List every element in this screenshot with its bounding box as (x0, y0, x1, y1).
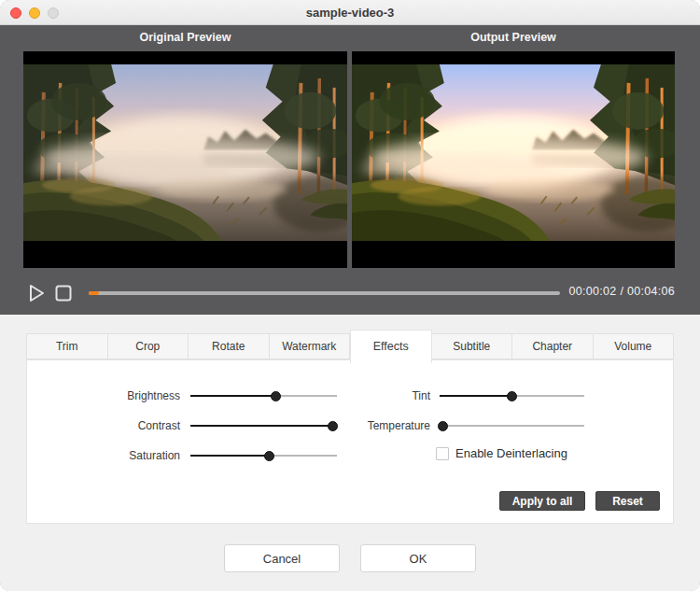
contrast-slider[interactable] (190, 419, 337, 432)
tab-watermark[interactable]: Watermark (270, 333, 351, 359)
slider-fill (440, 395, 512, 398)
apply-to-all-button[interactable]: Apply to all (499, 491, 585, 511)
contrast-label: Contrast (70, 419, 180, 432)
contrast-row: Contrast (70, 419, 337, 432)
temperature-row: Temperature (320, 419, 584, 432)
title-bar: sample-video-3 (0, 0, 700, 25)
seek-bar[interactable] (89, 291, 560, 295)
window-title: sample-video-3 (306, 6, 395, 20)
playback-controls: 00:00:02 / 00:04:06 (0, 275, 700, 315)
app-window: sample-video-3 Original Preview Output P… (0, 0, 700, 591)
deinterlacing-row: Enable Deinterlacing (436, 446, 567, 460)
tab-bar: Trim Crop Rotate Watermark Effects Subti… (26, 333, 674, 359)
saturation-label: Saturation (70, 449, 180, 462)
ok-button[interactable]: OK (360, 544, 476, 572)
enable-deinterlacing-label: Enable Deinterlacing (455, 446, 567, 460)
output-video-frame (352, 64, 675, 241)
tint-label: Tint (320, 389, 430, 402)
tab-effects[interactable]: Effects (350, 330, 432, 363)
slider-fill (190, 455, 270, 457)
enable-deinterlacing-checkbox[interactable] (436, 447, 449, 460)
effects-panel: Brightness Contrast Saturation (26, 359, 674, 524)
tab-crop[interactable]: Crop (108, 333, 189, 359)
seek-bar-fill (89, 291, 99, 295)
tint-row: Tint (320, 389, 584, 402)
brightness-label: Brightness (70, 389, 180, 402)
time-display: 00:00:02 / 00:04:06 (569, 285, 675, 298)
stop-button[interactable] (53, 283, 74, 303)
original-preview-label: Original Preview (23, 31, 347, 44)
reset-button[interactable]: Reset (595, 491, 660, 511)
slider-thumb[interactable] (507, 391, 517, 401)
zoom-button-disabled (48, 7, 59, 19)
close-button[interactable] (10, 7, 21, 19)
slider-thumb[interactable] (264, 451, 274, 461)
tab-subtitle[interactable]: Subtitle (432, 333, 513, 359)
tab-chapter[interactable]: Chapter (512, 333, 594, 359)
minimize-button[interactable] (29, 7, 40, 19)
editor-section: Trim Crop Rotate Watermark Effects Subti… (0, 315, 700, 591)
stop-icon (53, 283, 74, 303)
saturation-slider[interactable] (190, 449, 337, 462)
brightness-row: Brightness (70, 389, 337, 402)
traffic-lights (10, 7, 59, 19)
output-preview-video (352, 51, 675, 268)
slider-thumb[interactable] (271, 391, 281, 401)
play-icon (26, 283, 47, 303)
original-video-frame (23, 64, 347, 241)
slider-thumb[interactable] (438, 421, 448, 431)
preview-section: Original Preview Output Preview (0, 25, 700, 315)
slider-fill (190, 395, 275, 398)
brightness-slider[interactable] (190, 389, 337, 402)
tint-slider[interactable] (440, 389, 584, 402)
cancel-button[interactable]: Cancel (224, 544, 340, 572)
tab-rotate[interactable]: Rotate (189, 333, 270, 359)
tab-volume[interactable]: Volume (594, 333, 675, 359)
temperature-slider[interactable] (440, 419, 584, 432)
tab-trim[interactable]: Trim (26, 333, 108, 359)
play-button[interactable] (26, 283, 47, 303)
saturation-row: Saturation (70, 449, 337, 462)
temperature-label: Temperature (320, 419, 430, 432)
slider-rail (440, 425, 584, 427)
original-preview-video (23, 51, 347, 268)
output-preview-label: Output Preview (352, 31, 675, 44)
slider-fill (190, 425, 332, 428)
